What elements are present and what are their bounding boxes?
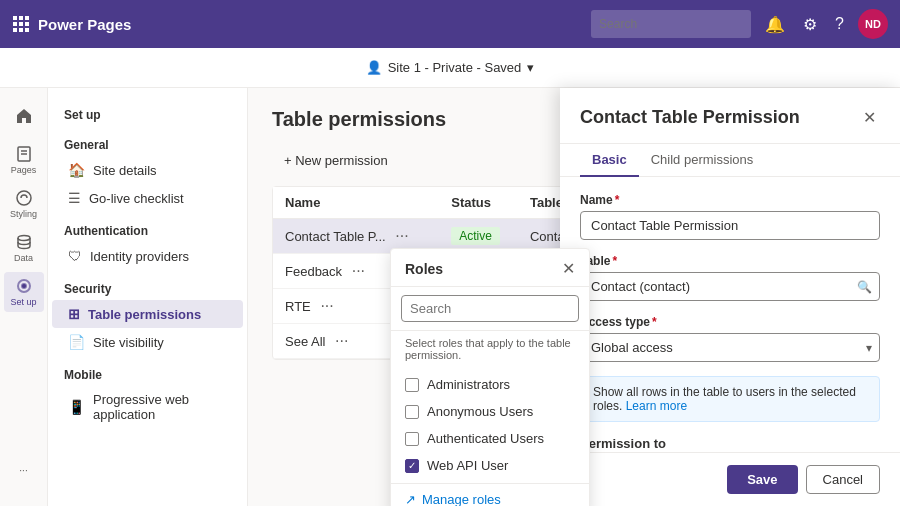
nav-pwa-label: Progressive web application — [93, 392, 227, 422]
row-more-button[interactable]: ··· — [346, 260, 371, 281]
role-administrators[interactable]: Administrators — [391, 371, 589, 398]
role-authenticated[interactable]: Authenticated Users — [391, 425, 589, 452]
info-box: Show all rows in the table to users in t… — [580, 376, 880, 422]
app-logo: Power Pages — [12, 15, 131, 33]
identity-icon: 🛡 — [68, 248, 82, 264]
role-administrators-label: Administrators — [427, 377, 510, 392]
manage-roles-icon: ↗ — [405, 492, 416, 506]
new-permission-button[interactable]: + New permission — [272, 147, 400, 174]
nav-site-details[interactable]: 🏠 Site details — [52, 156, 243, 184]
name-input[interactable] — [580, 211, 880, 240]
roles-search-input[interactable] — [401, 295, 579, 322]
table-label: Table * — [580, 254, 880, 268]
nav-table-permissions[interactable]: ⊞ Table permissions — [52, 300, 243, 328]
access-type-field-group: Access type * Global access Self Account… — [580, 315, 880, 362]
access-type-select-wrap: Global access Self Account Parent Contac… — [580, 333, 880, 362]
global-search-input[interactable] — [591, 10, 751, 38]
general-title: General — [48, 126, 247, 156]
nav-table-perm-label: Table permissions — [88, 307, 201, 322]
site-dropdown-icon[interactable]: ▾ — [527, 60, 534, 75]
notification-icon[interactable]: 🔔 — [761, 11, 789, 38]
table-input[interactable] — [580, 272, 880, 301]
row-more-button[interactable]: ··· — [389, 225, 414, 246]
col-name: Name — [273, 187, 439, 219]
nav-golive[interactable]: ☰ Go-live checklist — [52, 184, 243, 212]
left-nav: Set up General 🏠 Site details ☰ Go-live … — [48, 88, 248, 506]
nav-pages[interactable]: Pages — [4, 140, 44, 180]
role-administrators-checkbox[interactable] — [405, 378, 419, 392]
name-label: Name * — [580, 193, 880, 207]
help-icon[interactable]: ? — [831, 11, 848, 37]
svg-rect-7 — [19, 28, 23, 32]
site-icon: 👤 — [366, 60, 382, 75]
svg-rect-1 — [19, 16, 23, 20]
nav-identity-label: Identity providers — [90, 249, 189, 264]
roles-hint: Select roles that apply to the table per… — [391, 331, 589, 367]
settings-icon[interactable]: ⚙ — [799, 11, 821, 38]
topbar: Power Pages 🔔 ⚙ ? ND — [0, 0, 900, 48]
panel-title: Contact Table Permission — [580, 107, 800, 128]
roles-popup-title: Roles — [405, 261, 443, 277]
roles-popup-close-button[interactable]: ✕ — [562, 259, 575, 278]
nav-pwa[interactable]: 📱 Progressive web application — [52, 386, 243, 428]
nav-styling[interactable]: Styling — [4, 184, 44, 224]
svg-rect-8 — [25, 28, 29, 32]
col-status: Status — [439, 187, 518, 219]
table-perm-icon: ⊞ — [68, 306, 80, 322]
role-web-api[interactable]: Web API User — [391, 452, 589, 479]
nav-setup-label: Set up — [10, 297, 36, 307]
permission-to-title: Permission to — [580, 436, 880, 451]
role-authenticated-checkbox[interactable] — [405, 432, 419, 446]
svg-point-13 — [18, 236, 30, 241]
manage-roles-button[interactable]: ↗ Manage roles — [405, 492, 501, 506]
nav-setup[interactable]: Set up — [4, 272, 44, 312]
role-anonymous-checkbox[interactable] — [405, 405, 419, 419]
role-web-api-label: Web API User — [427, 458, 508, 473]
name-required: * — [615, 193, 620, 207]
nav-visibility-label: Site visibility — [93, 335, 164, 350]
nav-data[interactable]: Data — [4, 228, 44, 268]
nav-identity[interactable]: 🛡 Identity providers — [52, 242, 243, 270]
golive-icon: ☰ — [68, 190, 81, 206]
nav-home[interactable] — [4, 96, 44, 136]
table-field-group: Table * 🔍 — [580, 254, 880, 301]
learn-more-link[interactable]: Learn more — [626, 399, 687, 413]
panel-tabs: Basic Child permissions — [560, 144, 900, 177]
svg-rect-4 — [19, 22, 23, 26]
tab-basic[interactable]: Basic — [580, 144, 639, 177]
nav-more[interactable]: ··· — [4, 450, 44, 490]
roles-list: Administrators Anonymous Users Authentic… — [391, 367, 589, 483]
svg-point-14 — [22, 284, 26, 288]
nav-golive-label: Go-live checklist — [89, 191, 184, 206]
svg-rect-2 — [25, 16, 29, 20]
nav-site-details-label: Site details — [93, 163, 157, 178]
nav-icons: Pages Styling Data Set up ··· — [0, 88, 48, 506]
nav-data-label: Data — [14, 253, 33, 263]
visibility-icon: 📄 — [68, 334, 85, 350]
side-panel: Contact Table Permission ✕ Basic Child p… — [560, 88, 900, 506]
site-details-icon: 🏠 — [68, 162, 85, 178]
avatar[interactable]: ND — [858, 9, 888, 39]
access-type-select[interactable]: Global access Self Account Parent Contac… — [580, 333, 880, 362]
setup-title: Set up — [48, 96, 247, 126]
svg-rect-5 — [25, 22, 29, 26]
row-more-button[interactable]: ··· — [329, 330, 354, 351]
tab-child-permissions[interactable]: Child permissions — [639, 144, 766, 177]
panel-close-button[interactable]: ✕ — [859, 104, 880, 131]
role-web-api-checkbox[interactable] — [405, 459, 419, 473]
auth-title: Authentication — [48, 212, 247, 242]
role-anonymous[interactable]: Anonymous Users — [391, 398, 589, 425]
svg-rect-3 — [13, 22, 17, 26]
panel-footer: Save Cancel — [560, 452, 900, 506]
roles-popup-header: Roles ✕ — [391, 249, 589, 287]
site-label: Site 1 - Private - Saved — [388, 60, 522, 75]
nav-site-visibility[interactable]: 📄 Site visibility — [52, 328, 243, 356]
row-more-button[interactable]: ··· — [314, 295, 339, 316]
nav-pages-label: Pages — [11, 165, 37, 175]
table-input-wrap: 🔍 — [580, 272, 880, 301]
save-button[interactable]: Save — [727, 465, 797, 494]
body-wrapper: Pages Styling Data Set up ··· Set up Gen… — [0, 88, 900, 506]
pwa-icon: 📱 — [68, 399, 85, 415]
panel-header: Contact Table Permission ✕ — [560, 88, 900, 144]
cancel-button[interactable]: Cancel — [806, 465, 880, 494]
